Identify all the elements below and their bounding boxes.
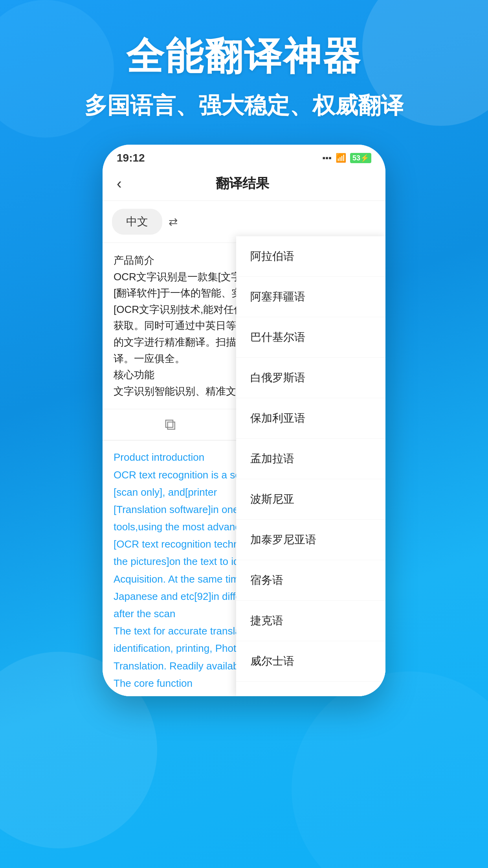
lang-option-bulgarian[interactable]: 保加利亚语: [236, 398, 385, 439]
status-bar: 19:12 ▪▪▪ 📶 53⚡: [103, 145, 385, 168]
nav-title: 翻译结果: [130, 175, 356, 193]
lang-option-bosnian[interactable]: 波斯尼亚: [236, 479, 385, 520]
lang-option-bashkir[interactable]: 巴什基尔语: [236, 317, 385, 358]
lang-option-danish[interactable]: 丹麦语: [236, 682, 385, 696]
status-time: 19:12: [117, 152, 145, 164]
signal-icon: ▪▪▪: [323, 153, 332, 163]
lang-option-bengali[interactable]: 孟加拉语: [236, 439, 385, 479]
lang-option-cebuano[interactable]: 宿务语: [236, 560, 385, 601]
swap-icon[interactable]: ⇄: [169, 215, 178, 228]
lang-option-welsh[interactable]: 威尔士语: [236, 641, 385, 682]
sub-title: 多国语言、强大稳定、权威翻译: [84, 90, 404, 121]
lang-option-belarusian[interactable]: 白俄罗斯语: [236, 358, 385, 398]
main-content: 全能翻译神器 多国语言、强大稳定、权威翻译 19:12 ▪▪▪ 📶 53⚡ ‹ …: [0, 0, 488, 696]
wifi-icon: 📶: [336, 153, 346, 163]
nav-bar: ‹ 翻译结果: [103, 168, 385, 201]
lang-option-czech[interactable]: 捷克语: [236, 601, 385, 641]
back-button[interactable]: ‹: [117, 175, 122, 192]
source-lang-button[interactable]: 中文: [112, 209, 162, 235]
phone-mockup: 19:12 ▪▪▪ 📶 53⚡ ‹ 翻译结果 中文 ⇄ 产品简介: [103, 145, 385, 696]
copy-icon[interactable]: ⧉: [165, 416, 176, 434]
lang-option-arabic[interactable]: 阿拉伯语: [236, 236, 385, 277]
lang-option-catalan[interactable]: 加泰罗尼亚语: [236, 520, 385, 560]
battery-icon: 53⚡: [350, 153, 371, 163]
lang-option-azerbaijani[interactable]: 阿塞拜疆语: [236, 277, 385, 317]
language-dropdown[interactable]: 阿拉伯语 阿塞拜疆语 巴什基尔语 白俄罗斯语 保加利亚语 孟加拉语 波斯尼亚 加…: [236, 236, 385, 696]
status-icons: ▪▪▪ 📶 53⚡: [323, 153, 371, 163]
main-title: 全能翻译神器: [126, 31, 362, 83]
phone-body: 中文 ⇄ 产品简介 OCR文字识别是一款集[文字识别]机 [翻译软件]于一体的智…: [103, 201, 385, 696]
